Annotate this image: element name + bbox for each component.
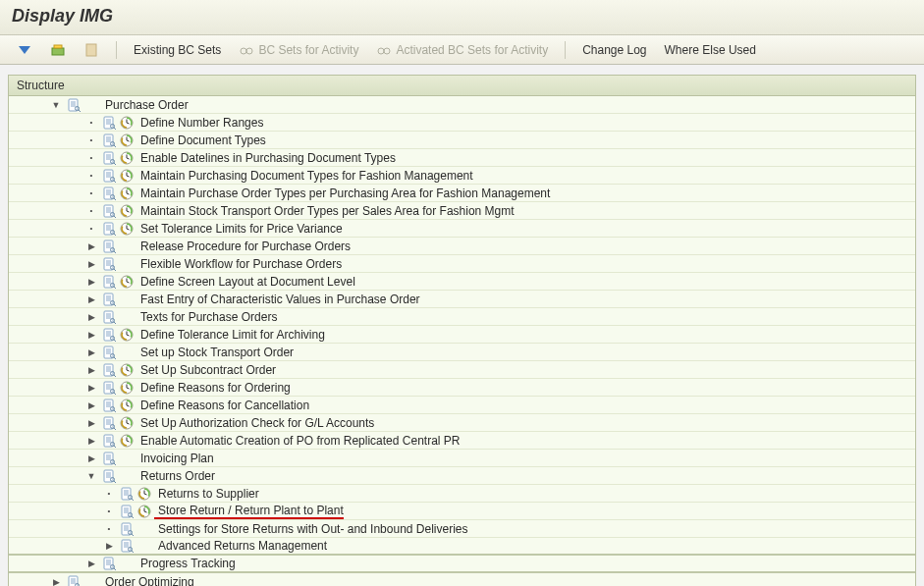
tree-item-label[interactable]: Progress Tracking (136, 557, 236, 570)
tree-row[interactable]: ▶Fast Entry of Characteristic Values in … (9, 291, 915, 308)
tree-item-label[interactable]: Enable Datelines in Purchasing Document … (136, 151, 396, 165)
svg-marker-0 (19, 46, 30, 54)
tree-row[interactable]: •Enable Datelines in Purchasing Document… (9, 149, 915, 167)
tree-row[interactable]: •Maintain Purchasing Document Types for … (9, 167, 915, 185)
tree-row[interactable]: ▶Define Reasons for Ordering (9, 379, 915, 397)
tree-row[interactable]: •Store Return / Return Plant to Plant (9, 503, 915, 520)
execute-icon[interactable] (119, 362, 135, 378)
tree-item-label[interactable]: Advanced Returns Management (154, 539, 327, 553)
tree-row[interactable]: ▶Define Reasons for Cancellation (9, 397, 915, 414)
activated-bc-sets-label: Activated BC Sets for Activity (396, 43, 548, 57)
expand-toggle[interactable]: ▶ (85, 382, 97, 394)
tree-item-label[interactable]: Define Reasons for Ordering (136, 381, 291, 395)
execute-icon[interactable] (119, 433, 135, 449)
doc-icon (101, 362, 117, 378)
doc-icon (101, 203, 117, 219)
tree-item-label[interactable]: Returns to Supplier (154, 487, 259, 501)
tree-row[interactable]: ▼Purchase Order (9, 96, 915, 114)
expand-toggle[interactable]: ▶ (85, 293, 97, 305)
execute-icon[interactable] (119, 221, 135, 237)
tree-item-label[interactable]: Purchase Order (101, 98, 189, 112)
tree-row[interactable]: ▶Set Up Subcontract Order (9, 361, 915, 379)
tree-row[interactable]: •Define Document Types (9, 132, 915, 149)
expand-all-button[interactable] (10, 39, 39, 61)
tree-row[interactable]: ▶Define Screen Layout at Document Level (9, 273, 915, 291)
tree-row[interactable]: ▶Define Tolerance Limit for Archiving (9, 326, 915, 344)
expand-toggle[interactable]: ▶ (85, 417, 97, 429)
tree-item-label[interactable]: Enable Automatic Creation of PO from Rep… (136, 434, 461, 448)
execute-icon[interactable] (119, 168, 135, 184)
tree-row[interactable]: ▶Enable Automatic Creation of PO from Re… (9, 432, 915, 450)
tree-row[interactable]: ▶Set Up Authorization Check for G/L Acco… (9, 414, 915, 432)
execute-icon[interactable] (119, 133, 135, 148)
expand-toggle[interactable]: ▶ (85, 435, 97, 447)
tree-row[interactable]: ▶Flexible Workflow for Purchase Orders (9, 255, 915, 273)
tree-item-label[interactable]: Set up Stock Transport Order (136, 346, 294, 359)
tree-item-label[interactable]: Texts for Purchase Orders (136, 310, 277, 324)
expand-toggle[interactable]: ▶ (85, 311, 97, 323)
tree-row[interactable]: •Set Tolerance Limits for Price Variance (9, 220, 915, 238)
tree-item-label[interactable]: Flexible Workflow for Purchase Orders (136, 257, 342, 271)
tree-item-label[interactable]: Fast Entry of Characteristic Values in P… (136, 293, 420, 306)
tree-row[interactable]: ▼Returns Order (9, 467, 915, 485)
expand-toggle[interactable]: ▶ (85, 329, 97, 341)
expand-toggle[interactable]: ▶ (50, 576, 62, 587)
expand-toggle[interactable]: ▶ (85, 558, 97, 569)
tree-item-label[interactable]: Order Optimizing (101, 575, 194, 587)
execute-icon[interactable] (119, 380, 135, 396)
tree-item-label[interactable]: Maintain Purchasing Document Types for F… (136, 169, 473, 183)
tree-row[interactable]: •Define Number Ranges (9, 114, 915, 132)
tree-item-label[interactable]: Maintain Stock Transport Order Types per… (136, 204, 515, 218)
tree-row[interactable]: •Maintain Purchase Order Types per Purch… (9, 185, 915, 202)
expand-toggle[interactable]: ▶ (85, 453, 97, 464)
execute-icon[interactable] (119, 274, 135, 290)
execute-icon[interactable] (136, 504, 152, 519)
execute-icon[interactable] (136, 486, 152, 502)
tree-item-label[interactable]: Define Tolerance Limit for Archiving (136, 328, 325, 342)
tree-row[interactable]: •Settings for Store Returns with Out- an… (9, 520, 915, 538)
tree-row[interactable]: ▶Order Optimizing (9, 573, 915, 586)
tree-row[interactable]: ▶Release Procedure for Purchase Orders (9, 238, 915, 255)
expand-toggle[interactable]: ▶ (85, 240, 97, 252)
execute-icon[interactable] (119, 115, 135, 131)
expand-toggle[interactable]: ▶ (85, 346, 97, 358)
expand-toggle[interactable]: ▶ (103, 540, 115, 552)
expand-toggle[interactable]: ▶ (85, 364, 97, 376)
tree-item-label[interactable]: Release Procedure for Purchase Orders (136, 240, 351, 253)
svg-line-206 (132, 534, 134, 536)
tree-row[interactable]: •Maintain Stock Transport Order Types pe… (9, 202, 915, 220)
expand-toggle[interactable]: ▶ (85, 258, 97, 270)
execute-icon[interactable] (119, 186, 135, 201)
collapse-all-button[interactable] (43, 39, 73, 61)
tree-row[interactable]: ▶Invoicing Plan (9, 450, 915, 467)
tree-row[interactable]: ▶Set up Stock Transport Order (9, 344, 915, 361)
tree-item-label[interactable]: Store Return / Return Plant to Plant (154, 504, 344, 519)
execute-icon[interactable] (119, 150, 135, 166)
collapse-toggle[interactable]: ▼ (85, 470, 97, 482)
tree-item-label[interactable]: Invoicing Plan (136, 452, 214, 465)
tree-item-label[interactable]: Maintain Purchase Order Types per Purcha… (136, 186, 550, 200)
tree-item-label[interactable]: Set Up Subcontract Order (136, 363, 276, 377)
expand-toggle[interactable]: ▶ (85, 276, 97, 288)
tree-row[interactable]: ▶Progress Tracking (9, 556, 915, 573)
tree-row[interactable]: ▶Texts for Purchase Orders (9, 308, 915, 326)
where-else-used-button[interactable]: Where Else Used (658, 40, 763, 60)
tree-item-label[interactable]: Set Up Authorization Check for G/L Accou… (136, 416, 374, 430)
collapse-toggle[interactable]: ▼ (50, 99, 62, 111)
tree-item-label[interactable]: Returns Order (136, 469, 215, 483)
existing-bc-sets-button[interactable]: Existing BC Sets (127, 40, 228, 60)
execute-icon[interactable] (119, 398, 135, 413)
tree-item-label[interactable]: Define Number Ranges (136, 116, 263, 130)
tree-item-label[interactable]: Settings for Store Returns with Out- and… (154, 522, 468, 536)
tree-item-label[interactable]: Define Screen Layout at Document Level (136, 275, 355, 289)
tree-item-label[interactable]: Define Document Types (136, 133, 266, 147)
change-log-button[interactable]: Change Log (575, 40, 653, 60)
tree-row[interactable]: •Returns to Supplier (9, 485, 915, 503)
tree-row[interactable]: ▶Advanced Returns Management (9, 538, 915, 556)
execute-icon[interactable] (119, 203, 135, 219)
execute-icon[interactable] (119, 327, 135, 343)
expand-toggle[interactable]: ▶ (85, 400, 97, 411)
tree-item-label[interactable]: Define Reasons for Cancellation (136, 399, 309, 412)
tree-item-label[interactable]: Set Tolerance Limits for Price Variance (136, 222, 343, 236)
execute-icon[interactable] (119, 415, 135, 431)
